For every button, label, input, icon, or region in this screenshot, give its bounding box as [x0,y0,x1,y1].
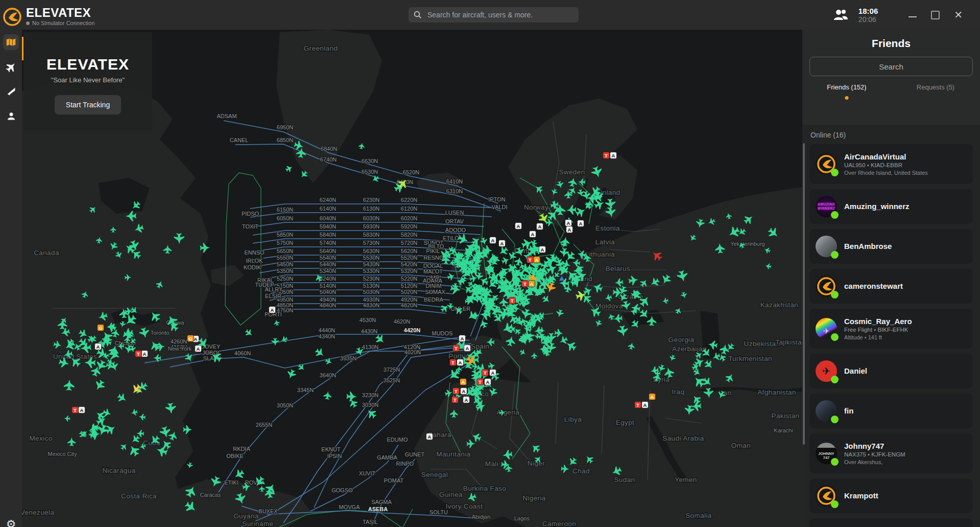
airport-badge[interactable]: A [649,394,656,400]
aircraft-icon[interactable] [284,164,294,173]
friend-list-item[interactable] [809,518,973,527]
aircraft-icon[interactable] [273,319,280,326]
airport-badge[interactable]: A [578,220,584,227]
map-label: 5220N [401,276,417,282]
map-label: SOLTU [429,509,448,515]
airport-badge[interactable]: T [453,345,460,352]
map-label: 5530N [363,255,379,261]
global-search[interactable] [409,7,579,22]
aircraft-icon[interactable] [186,462,194,469]
aircraft-icon[interactable] [347,398,358,409]
map-label: 5230N [363,276,379,282]
friend-list-item[interactable]: JOHNNY747 Johnny747 NAX375 • KJFK-ENGM O… [809,433,973,473]
flight-map[interactable]: 6150N6240N6230N6220N6140N6130N6120N6050N… [22,30,802,527]
airport-badge[interactable]: A [610,152,617,159]
aircraft-icon[interactable] [439,303,450,314]
friend-list-item[interactable]: Krampott [809,478,973,513]
airport-badge[interactable]: A [79,407,85,414]
airport-badge[interactable]: A [195,346,202,352]
friend-list-item[interactable]: ✈ Cosmic_Ray_Aero Free Flight • BIKF-EFH… [809,309,973,349]
start-tracking-button[interactable]: Start Tracking [55,95,121,114]
airport-badge[interactable]: A [490,237,496,244]
airport-badge[interactable]: T [603,152,610,159]
svg-text:A: A [530,281,534,287]
airport-badge[interactable]: T [452,397,459,403]
sidebar-item-map[interactable] [3,34,19,50]
aircraft-icon[interactable] [280,335,288,343]
map-label: 5440N [320,261,336,267]
airport-badge[interactable]: T [135,351,142,357]
friend-list-item[interactable]: AirCanadaVirtual UAL950 • KIAD-EBBR Over… [809,144,973,184]
airport-badge[interactable]: G [98,325,104,331]
sidebar-item-settings[interactable]: ⚙ [3,516,19,527]
aircraft-icon[interactable] [285,369,297,380]
airport-badge[interactable]: A [464,345,471,352]
friend-list-item[interactable]: AMUZINGWINNERZ Amuzing_winnerz [809,189,973,224]
tab-friends[interactable]: Friends (152) [802,83,891,101]
person-icon [6,111,16,121]
airport-badge[interactable]: A [565,220,572,226]
friend-list-item[interactable]: cameronstewart [809,269,973,304]
sidebar-item-logbook[interactable] [3,83,19,99]
airport-badge[interactable]: A [499,240,506,247]
friends-search-input[interactable] [817,62,965,72]
map-label: Mexico [29,434,52,442]
sidebar-item-profile[interactable] [3,108,19,124]
global-search-input[interactable] [426,10,573,19]
aircraft-icon[interactable] [497,245,510,258]
nat-track-line [470,301,484,336]
airport-badge[interactable]: A [537,223,543,230]
friends-search[interactable] [809,57,973,76]
airport-badge[interactable]: A [269,307,276,313]
airport-badge[interactable]: A [463,397,470,403]
map-label: Somalia [685,512,712,519]
airport-badge[interactable]: A [426,433,433,440]
friend-list-item[interactable]: ✈ Daniel [809,354,973,388]
airport-badge[interactable]: A [485,379,491,385]
airport-badge[interactable]: A [566,226,573,233]
airport-badge[interactable]: T [509,297,516,304]
friends-toggle-icon[interactable] [832,9,849,21]
aircraft-icon[interactable] [447,272,456,281]
map-label: Uzbekistan [744,340,780,348]
map-label: Nicaragua [102,467,135,474]
friend-list-item[interactable]: BenAmbrose [809,229,973,264]
airport-badge[interactable]: T [482,370,489,376]
airport-badge[interactable]: A [461,388,467,395]
maximize-button[interactable] [931,11,940,19]
aircraft-icon[interactable] [314,347,326,359]
airport-badge[interactable]: A [539,246,546,253]
minimize-button[interactable] [909,16,917,17]
airport-badge[interactable]: A [530,231,536,238]
tab-requests[interactable]: Requests (5) [891,83,980,101]
aircraft-icon[interactable] [244,328,254,338]
map-label: Azerbaijan [672,345,707,353]
airport-badge[interactable]: T [450,359,457,366]
airport-badge[interactable]: A [490,370,496,376]
airport-badge[interactable]: T [477,379,484,385]
sidebar-item-flights[interactable] [3,59,19,75]
airport-badge[interactable]: A [459,335,466,342]
airport-badge[interactable]: A [515,223,522,230]
airport-badge[interactable]: A [642,402,649,408]
aircraft-icon[interactable] [500,256,510,265]
map-label: Chad [572,467,590,475]
close-button[interactable]: ✕ [954,11,963,19]
aircraft-icon[interactable] [323,391,332,400]
airport-badge[interactable]: A [529,281,535,287]
airport-badge[interactable]: A [95,343,102,350]
aircraft-icon[interactable] [358,142,365,149]
airport-badge[interactable]: A [457,359,464,366]
friend-list-item[interactable]: fin [809,394,973,428]
map-label: 5740N [320,240,336,246]
airport-badge[interactable]: G [187,335,194,342]
friends-scrollbar[interactable] [803,143,805,445]
airport-badge[interactable]: A [460,379,467,385]
airport-badge[interactable]: T [635,402,641,408]
airport-badge[interactable]: T [453,388,460,395]
airport-badge[interactable]: T [72,407,79,414]
airport-badge[interactable]: A [534,257,540,263]
airport-badge[interactable]: A [141,351,148,357]
airport-badge[interactable]: T [522,281,529,287]
airport-badge[interactable]: T [527,257,534,263]
